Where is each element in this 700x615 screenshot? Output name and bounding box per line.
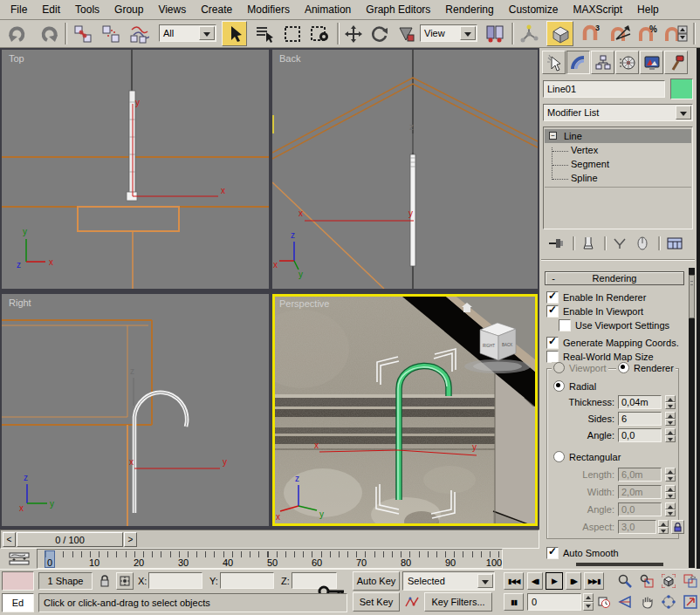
auto-key-button[interactable]: Auto Key [353,571,400,591]
select-by-name-button[interactable] [251,22,278,45]
select-and-rotate-button[interactable] [367,22,392,45]
stack-item-segment[interactable]: Segment [545,159,691,172]
enable-in-viewport-checkbox[interactable] [546,305,559,318]
enable-in-renderer-checkbox[interactable] [546,291,559,304]
width-spinner[interactable] [665,485,676,499]
tab-hierarchy[interactable] [591,51,614,74]
time-slider-track[interactable]: < 0 / 100 > [0,530,539,549]
select-object-button[interactable] [222,21,247,46]
absolute-offset-toggle[interactable] [116,572,134,590]
unlink-selection-button[interactable] [98,22,124,45]
current-frame-field[interactable]: 0 [527,593,581,611]
radial-radio[interactable] [553,380,565,392]
tab-utilities[interactable] [664,51,688,74]
frame-spinner[interactable] [583,593,594,611]
rollout-collapse-icon[interactable]: - [549,273,558,284]
menu-views[interactable]: Views [154,2,189,17]
arc-rotate-button[interactable] [659,592,678,612]
zoom-extents-button[interactable] [659,571,678,591]
viewport-right[interactable]: Right z x y [2,294,269,526]
thickness-spinner[interactable] [665,395,676,409]
menu-create[interactable]: Create [197,2,236,17]
renderer-radio[interactable] [618,362,629,373]
tab-display[interactable] [640,51,663,74]
reference-coordsys-dropdown[interactable]: View [420,24,477,42]
mini-curve-editor-button[interactable] [3,550,35,567]
snaps-toggle-button[interactable] [546,21,573,46]
zoom-all-button[interactable] [637,571,656,591]
time-slider-prev-button[interactable]: < [3,532,16,547]
selection-filter-dropdown[interactable]: All [159,24,216,42]
go-to-start-button[interactable]: ▮◀◀ [504,572,524,590]
tab-modify[interactable] [566,51,590,74]
pin-stack-button[interactable] [545,235,567,252]
manipulate-mode-button[interactable] [516,22,542,45]
key-filter-arrow[interactable] [477,574,493,588]
sides-field[interactable]: 6 [618,412,662,426]
make-unique-button[interactable] [609,235,630,252]
percent-snap-button[interactable]: % [635,22,662,45]
menu-file[interactable]: File [7,2,31,17]
time-slider-handle[interactable]: 0 / 100 [17,532,123,547]
modifier-list-dropdown[interactable]: Modifier List [543,104,693,121]
configure-modifier-sets-button[interactable] [663,235,686,252]
bind-to-space-warp-button[interactable] [126,22,152,45]
previous-frame-button[interactable]: ◀▮ [527,572,543,590]
select-and-scale-button[interactable] [394,22,418,45]
viewport-top[interactable]: Top y x y x z [2,50,269,289]
angle-snap-button[interactable] [607,22,634,45]
object-name-field[interactable]: Line01 [543,80,665,98]
stack-item-line[interactable]: − Line [545,129,691,143]
key-mode-toggle-button[interactable]: ▮▮ [504,593,524,611]
use-viewport-settings-checkbox[interactable] [559,319,571,331]
menu-animation[interactable]: Animation [301,2,354,17]
reference-coordsys-arrow[interactable] [460,26,476,40]
selection-filter-arrow[interactable] [199,26,215,40]
next-frame-button[interactable]: ▮▶ [566,572,581,590]
menu-modifiers[interactable]: Modifiers [244,2,293,17]
menu-customize[interactable]: Customize [505,2,562,17]
thickness-field[interactable]: 0,04m [618,395,662,409]
viewport-perspective[interactable]: Perspective [272,294,538,526]
menu-edit[interactable]: Edit [38,2,64,17]
zoom-extents-all-button[interactable] [681,571,700,591]
collapse-toggle-icon[interactable]: − [549,132,557,140]
tab-motion[interactable] [615,51,639,74]
auto-smooth-checkbox[interactable] [546,547,559,559]
snap-3d-button[interactable]: 3 [578,22,604,45]
rectangular-selection-region-button[interactable] [279,22,305,45]
radial-angle-field[interactable]: 0,0 [618,428,662,442]
rectangular-radio[interactable] [553,451,565,462]
length-spinner[interactable] [665,468,676,482]
rect-angle-field[interactable]: 0,0 [618,502,662,516]
window-crossing-toggle-button[interactable] [307,22,333,45]
field-of-view-button[interactable] [615,592,635,612]
modifier-list-arrow[interactable] [676,106,691,120]
aspect-lock-button[interactable] [671,520,684,534]
generate-mapping-checkbox[interactable] [546,337,559,349]
play-button[interactable]: ▶ [546,572,563,590]
key-filters-button[interactable]: Key Filters... [424,592,492,612]
menu-help[interactable]: Help [634,2,662,17]
x-coord-field[interactable] [148,572,202,589]
min-max-toggle-button[interactable] [681,592,700,612]
time-slider-next-button[interactable]: > [124,532,137,547]
spinner-snap-button[interactable] [662,22,690,45]
stack-item-spline[interactable]: Spline [545,173,691,186]
aspect-field[interactable]: 3,0 [618,520,656,534]
go-to-end-button[interactable]: ▶▶▮ [584,572,604,590]
select-and-move-button[interactable] [341,22,366,45]
show-end-result-button[interactable] [578,235,599,252]
key-filter-dropdown[interactable]: Selected [402,571,495,591]
time-configuration-button[interactable] [596,593,612,611]
width-field[interactable]: 2,0m [618,485,662,499]
menu-group[interactable]: Group [111,2,147,17]
set-key-button[interactable]: Set Key [353,592,400,612]
menu-graph-editors[interactable]: Graph Editors [362,2,434,17]
object-color-swatch[interactable] [670,79,693,99]
panel-scrollbar-thumb[interactable] [689,275,695,318]
tab-create[interactable] [542,51,566,74]
length-field[interactable]: 6,0m [618,468,662,482]
viewport-back[interactable]: Back z x y z x y [272,50,538,289]
track-bar-ruler[interactable]: 0 10 20 30 40 50 60 70 80 90 100 [37,549,503,569]
